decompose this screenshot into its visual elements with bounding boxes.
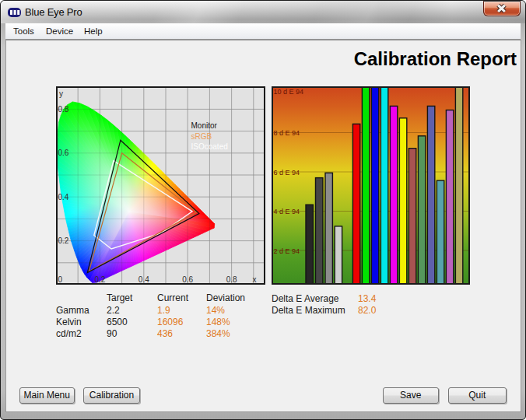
svg-text:0.8: 0.8 — [58, 105, 69, 114]
svg-text:0.6: 0.6 — [58, 149, 69, 157]
svg-text:4 d E 94: 4 d E 94 — [274, 208, 300, 215]
svg-text:ISOcoated: ISOcoated — [191, 142, 228, 151]
svg-text:0.8: 0.8 — [226, 275, 237, 284]
svg-text:sRGB: sRGB — [191, 132, 212, 141]
svg-text:y: y — [59, 89, 63, 98]
svg-text:0.2: 0.2 — [94, 275, 105, 284]
svg-text:0.6: 0.6 — [182, 275, 193, 284]
svg-text:0.2: 0.2 — [58, 236, 69, 245]
svg-text:0.4: 0.4 — [58, 193, 69, 201]
svg-text:8 d E 94: 8 d E 94 — [274, 129, 300, 137]
svg-text:2 d E 94: 2 d E 94 — [274, 247, 300, 255]
svg-text:Monitor: Monitor — [191, 121, 218, 130]
svg-text:x: x — [253, 275, 257, 284]
svg-text:6 d E 94: 6 d E 94 — [274, 169, 300, 177]
svg-text:0.4: 0.4 — [139, 275, 149, 284]
svg-text:0: 0 — [58, 275, 63, 284]
svg-text:10 d E 94: 10 d E 94 — [274, 88, 304, 96]
